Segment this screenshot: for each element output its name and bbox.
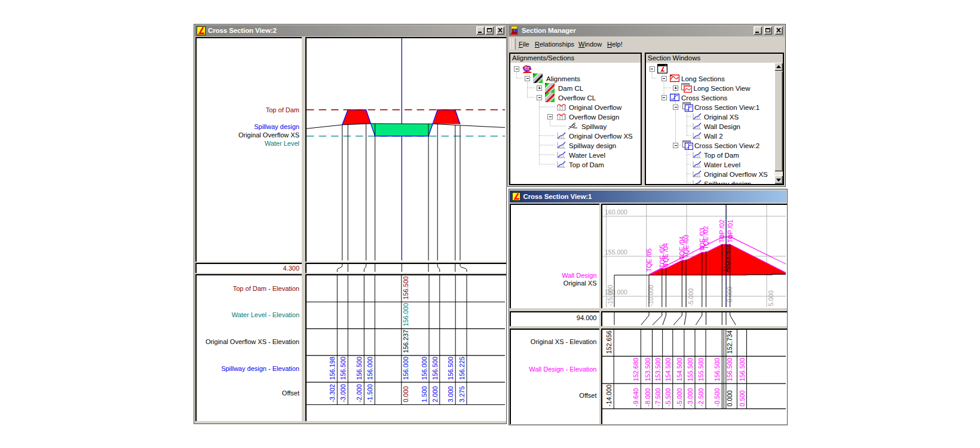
svg-text:152.680: 152.680 (632, 358, 639, 381)
svg-text:155.500: 155.500 (697, 358, 705, 381)
svg-text:TQE /02: TQE /02 (702, 226, 709, 250)
svg-text:154.500: 154.500 (676, 358, 683, 381)
svg-text:Alignment: Alignment (723, 244, 730, 272)
svg-text:0.000: 0.000 (726, 390, 733, 406)
svg-text:-7.500: -7.500 (654, 388, 662, 407)
svg-text:155.500: 155.500 (687, 358, 694, 381)
svg-text:3.000: 3.000 (447, 386, 454, 402)
svg-text:-14.000: -14.000 (605, 385, 612, 407)
svg-text:0.000: 0.000 (402, 386, 409, 402)
svg-text:TOP /02: TOP /02 (718, 220, 725, 243)
svg-text:-15.000: -15.000 (607, 285, 614, 306)
svg-text:156.000: 156.000 (366, 357, 373, 380)
svg-text:156.500: 156.500 (713, 358, 721, 381)
svg-text:152.656: 152.656 (605, 330, 612, 354)
svg-text:-5.500: -5.500 (664, 388, 672, 407)
svg-text:0.500: 0.500 (739, 390, 746, 406)
svg-text:156.500: 156.500 (339, 357, 347, 380)
svg-text:TOP /01: TOP /01 (727, 220, 734, 243)
svg-text:156.500: 156.500 (402, 276, 409, 299)
svg-text:-5.000: -5.000 (687, 289, 694, 306)
svg-text:160.000: 160.000 (605, 208, 627, 216)
svg-text:154.500: 154.500 (664, 358, 672, 381)
svg-text:153.500: 153.500 (654, 358, 662, 381)
svg-text:152.734: 152.734 (726, 330, 733, 354)
svg-text:-5.000: -5.000 (676, 388, 683, 407)
svg-text:156.500: 156.500 (356, 357, 363, 380)
svg-text:5.000: 5.000 (767, 290, 774, 306)
svg-text:155.000: 155.000 (605, 248, 627, 256)
svg-text:-8.000: -8.000 (644, 388, 651, 407)
svg-text:TQE /05: TQE /05 (645, 248, 653, 272)
svg-text:156.500: 156.500 (447, 357, 454, 380)
svg-text:2.000: 2.000 (431, 386, 438, 402)
svg-text:156.500: 156.500 (431, 357, 438, 380)
svg-text:156.000: 156.000 (421, 357, 428, 380)
svg-text:-1.500: -1.500 (366, 384, 373, 403)
svg-text:-2.500: -2.500 (697, 388, 705, 407)
svg-text:153.500: 153.500 (644, 358, 651, 381)
svg-text:-0.500: -0.500 (713, 388, 721, 407)
svg-text:TQE /03: TQE /03 (682, 235, 690, 258)
svg-text:-9.640: -9.640 (632, 388, 639, 407)
svg-text:-2.000: -2.000 (356, 384, 363, 403)
svg-text:-10.000: -10.000 (647, 285, 654, 306)
svg-text:-3.302: -3.302 (329, 384, 336, 403)
svg-text:156.000: 156.000 (402, 303, 409, 326)
svg-text:-3.000: -3.000 (339, 384, 347, 403)
svg-text:156.500: 156.500 (739, 358, 746, 381)
svg-text:0.000: 0.000 (726, 287, 733, 302)
svg-text:3.275: 3.275 (458, 386, 466, 402)
svg-text:156.500: 156.500 (726, 358, 733, 381)
svg-text:TQE /04: TQE /04 (662, 243, 669, 266)
svg-text:156.000: 156.000 (402, 357, 409, 380)
svg-text:156.225: 156.225 (458, 357, 466, 380)
svg-text:156.237: 156.237 (402, 330, 409, 353)
svg-text:-3.000: -3.000 (687, 388, 694, 407)
svg-text:156.198: 156.198 (329, 357, 336, 380)
svg-text:1.500: 1.500 (421, 386, 428, 402)
